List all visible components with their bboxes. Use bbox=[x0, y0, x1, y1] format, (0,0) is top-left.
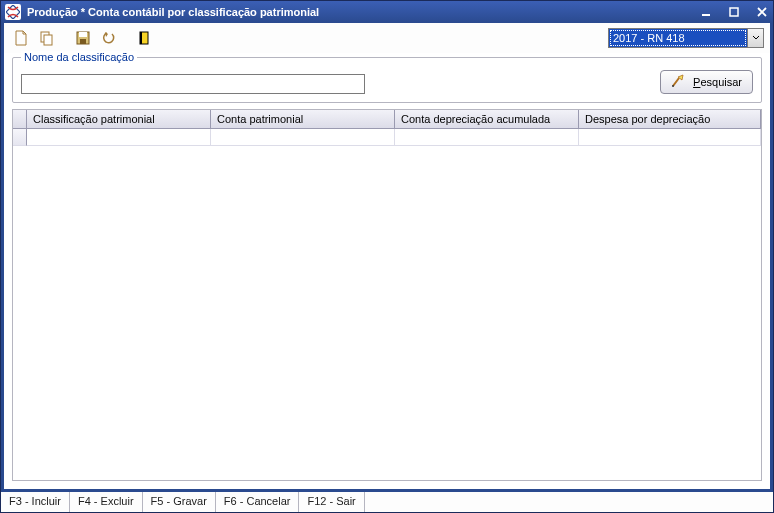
status-f4: F4 - Excluir bbox=[70, 492, 143, 512]
svg-rect-0 bbox=[6, 5, 20, 19]
grid-body[interactable] bbox=[13, 129, 761, 480]
search-icon bbox=[671, 74, 687, 90]
search-input[interactable] bbox=[21, 74, 365, 94]
search-button[interactable]: Pesquisar bbox=[660, 70, 753, 94]
status-f5: F5 - Gravar bbox=[143, 492, 216, 512]
close-button[interactable] bbox=[751, 3, 773, 21]
statusbar: F3 - Incluir F4 - Excluir F5 - Gravar F6… bbox=[1, 492, 773, 512]
search-label: Nome da classificação bbox=[21, 51, 137, 63]
grid-col-0[interactable]: Classificação patrimonial bbox=[27, 110, 211, 129]
grid-cell[interactable] bbox=[27, 129, 211, 146]
grid-header: Classificação patrimonial Conta patrimon… bbox=[13, 110, 761, 129]
chevron-down-icon bbox=[747, 29, 763, 47]
svg-rect-5 bbox=[77, 32, 89, 44]
search-button-label: Pesquisar bbox=[693, 76, 742, 88]
grid-col-2[interactable]: Conta depreciação acumulada bbox=[395, 110, 579, 129]
copy-button[interactable] bbox=[36, 27, 58, 49]
svg-rect-8 bbox=[140, 32, 148, 44]
status-f12: F12 - Sair bbox=[299, 492, 364, 512]
svg-point-10 bbox=[672, 85, 674, 87]
svg-rect-6 bbox=[79, 32, 87, 37]
status-f3: F3 - Incluir bbox=[1, 492, 70, 512]
titlebar: Produção * Conta contábil por classifica… bbox=[1, 1, 773, 23]
minimize-button[interactable] bbox=[695, 3, 717, 21]
grid-rowheader[interactable] bbox=[13, 129, 27, 146]
period-combo[interactable]: 2017 - RN 418 bbox=[608, 28, 764, 48]
svg-rect-9 bbox=[140, 32, 142, 44]
table-row[interactable] bbox=[27, 129, 761, 146]
undo-button[interactable] bbox=[98, 27, 120, 49]
toolbar: 2017 - RN 418 bbox=[4, 23, 770, 53]
svg-rect-4 bbox=[44, 35, 52, 45]
period-combo-text: 2017 - RN 418 bbox=[609, 29, 747, 47]
search-panel: Nome da classificação Pesquisar bbox=[12, 57, 762, 103]
window-title: Produção * Conta contábil por classifica… bbox=[27, 6, 319, 18]
svg-rect-1 bbox=[702, 14, 710, 16]
new-button[interactable] bbox=[10, 27, 32, 49]
grid-cell[interactable] bbox=[579, 129, 761, 146]
exit-button[interactable] bbox=[134, 27, 156, 49]
svg-rect-2 bbox=[730, 8, 738, 16]
grid-col-1[interactable]: Conta patrimonial bbox=[211, 110, 395, 129]
maximize-button[interactable] bbox=[723, 3, 745, 21]
grid-cell[interactable] bbox=[211, 129, 395, 146]
svg-rect-3 bbox=[41, 32, 49, 42]
grid-rowheader-corner bbox=[13, 110, 27, 129]
grid-col-3[interactable]: Despesa por depreciação bbox=[579, 110, 761, 129]
client-area: 2017 - RN 418 Nome da classificação bbox=[1, 23, 773, 492]
save-button[interactable] bbox=[72, 27, 94, 49]
app-icon bbox=[5, 4, 21, 20]
svg-rect-7 bbox=[80, 39, 86, 44]
grid: Classificação patrimonial Conta patrimon… bbox=[12, 109, 762, 481]
grid-cell[interactable] bbox=[395, 129, 579, 146]
status-empty bbox=[365, 492, 773, 512]
status-f6: F6 - Cancelar bbox=[216, 492, 300, 512]
window-frame: Produção * Conta contábil por classifica… bbox=[0, 0, 774, 513]
